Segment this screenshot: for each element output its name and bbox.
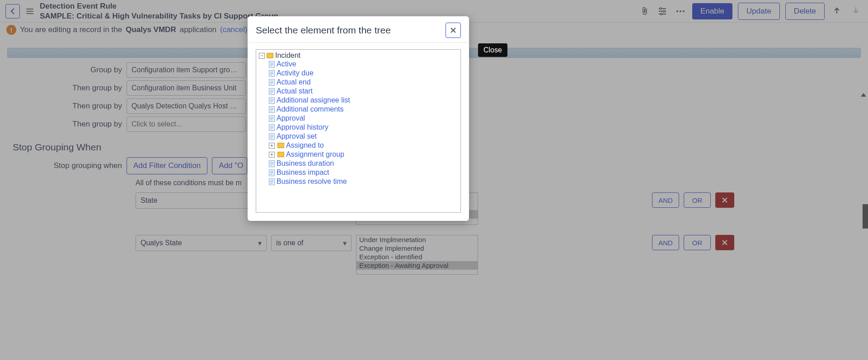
tree-item-label[interactable]: Business duration: [277, 159, 334, 168]
expand-icon[interactable]: +: [269, 143, 275, 149]
tree-leaf-item[interactable]: Actual end: [269, 78, 458, 87]
tree-leaf-item[interactable]: Business duration: [269, 159, 458, 168]
tree-item-label[interactable]: Approval set: [277, 132, 317, 140]
tree-item-label[interactable]: Business impact: [277, 168, 329, 177]
tree-item-label[interactable]: Activity due: [277, 69, 314, 77]
tree-leaf-item[interactable]: Additional assignee list: [269, 96, 458, 105]
tree-leaf-item[interactable]: Business resolve time: [269, 177, 458, 186]
folder-icon: [267, 53, 273, 58]
tree-item-label[interactable]: Additional assignee list: [277, 96, 350, 104]
field-icon: [269, 97, 275, 104]
tree-root-label: Incident: [275, 51, 300, 60]
field-icon: [269, 61, 275, 68]
field-icon: [269, 124, 275, 131]
tree-item-label[interactable]: Business resolve time: [277, 178, 347, 186]
field-icon: [269, 79, 275, 86]
modal-header: Select the element from the tree: [248, 16, 469, 43]
tree-leaf-item[interactable]: Active: [269, 60, 458, 69]
tree-item-label[interactable]: Actual end: [277, 78, 311, 86]
tree-children: ActiveActivity dueActual endActual start…: [269, 60, 458, 186]
tree-leaf-item[interactable]: Additional comments: [269, 105, 458, 114]
tree-item-label[interactable]: Additional comments: [277, 105, 344, 113]
modal-body: − Incident ActiveActivity dueActual endA…: [248, 43, 469, 221]
field-icon: [269, 88, 275, 95]
modal-title: Select the element from the tree: [256, 25, 391, 36]
tree-folder-item[interactable]: +Assignment group: [269, 150, 458, 159]
field-icon: [269, 106, 275, 113]
tree-item-label[interactable]: Approval: [277, 114, 305, 122]
tree-leaf-item[interactable]: Business impact: [269, 168, 458, 177]
tree-leaf-item[interactable]: Activity due: [269, 69, 458, 78]
tree-item-label[interactable]: Active: [277, 60, 296, 68]
field-icon: [269, 160, 275, 167]
field-icon: [269, 178, 275, 185]
close-icon: [450, 27, 456, 33]
tree-item-label[interactable]: Assignment group: [286, 150, 344, 159]
close-tooltip: Close: [478, 43, 507, 57]
tree-item-label[interactable]: Actual start: [277, 87, 313, 95]
tree-leaf-item[interactable]: Approval history: [269, 123, 458, 132]
tree-picker-modal: Select the element from the tree − Incid…: [248, 16, 469, 221]
modal-close-button[interactable]: [446, 23, 461, 38]
tree-root[interactable]: − Incident: [259, 51, 458, 60]
field-icon: [269, 70, 275, 77]
tree-container[interactable]: − Incident ActiveActivity dueActual endA…: [256, 49, 461, 213]
tree-item-label[interactable]: Assigned to: [286, 141, 324, 150]
tree-folder-item[interactable]: +Assigned to: [269, 141, 458, 150]
field-icon: [269, 133, 275, 140]
field-icon: [269, 169, 275, 176]
field-icon: [269, 115, 275, 122]
tree-leaf-item[interactable]: Approval: [269, 114, 458, 123]
tree-leaf-item[interactable]: Approval set: [269, 132, 458, 141]
collapse-icon[interactable]: −: [259, 53, 265, 59]
tree-item-label[interactable]: Approval history: [277, 123, 328, 131]
tree-leaf-item[interactable]: Actual start: [269, 87, 458, 96]
folder-icon: [277, 143, 284, 148]
folder-icon: [277, 152, 284, 157]
expand-icon[interactable]: +: [269, 152, 275, 158]
